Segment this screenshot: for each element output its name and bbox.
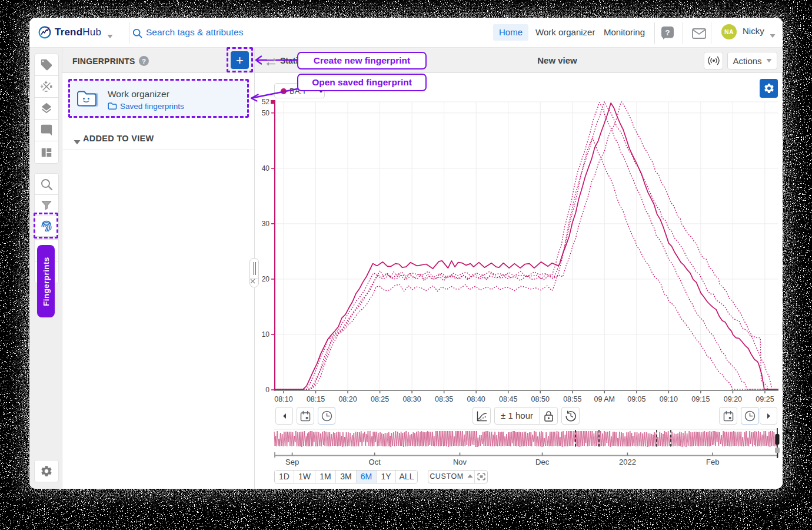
tool-comments-button[interactable] [34,119,59,141]
close-icon [250,279,255,284]
gear-icon [763,82,775,94]
preset-button[interactable]: 6M [357,471,377,483]
y-tick-label: 30 [262,220,270,228]
app-window: TrendHub Search tags & attributes Home W… [29,18,783,489]
help-button[interactable]: ? [661,26,674,39]
month-label: Nov [453,458,467,466]
set-end-time-button[interactable] [741,407,759,425]
x-tick-label: 08:30 [402,395,421,403]
overview-strip[interactable]: SepOctNovDec2022Feb [255,427,783,469]
y-tick-label: 40 [262,164,270,173]
x-tick-label: 09:05 [627,395,645,403]
tool-sidebar: Fingerprints [29,48,62,489]
actions-label: Actions [733,56,761,66]
pan-right-button[interactable] [760,407,777,425]
statistics-tab[interactable]: Stati [280,56,298,65]
tool-filter-button[interactable] [34,194,59,216]
drag-grip-icon[interactable] [250,259,258,279]
brand-logo[interactable] [38,26,51,39]
callout-create-fingerprint: Create new fingerprint [297,52,427,69]
user-name[interactable]: Nicky [743,26,764,36]
tool-search-button[interactable] [34,173,59,195]
settings-button[interactable] [34,460,59,482]
y-tick-label: 52 [262,98,270,106]
lock-range-button[interactable] [540,408,557,424]
fingerprint-icon [39,219,54,233]
x-tick-label: 09:20 [724,395,742,403]
x-tick-label: 08:25 [371,395,389,403]
create-fingerprint-button[interactable]: + [231,51,249,69]
overview-axis: SepOctNovDec2022Feb [275,452,778,466]
panel-resize-handle[interactable] [249,258,259,287]
section-label: ADDED TO VIEW [83,134,154,143]
section-collapse-caret[interactable] [74,136,81,147]
y-tick-label: 20 [262,275,270,283]
preset-button[interactable]: 1W [294,471,315,483]
brand-name[interactable]: TrendHub [55,26,101,38]
actions-button[interactable]: Actions [727,52,777,69]
x-tick-label: 08:10 [274,395,292,403]
month-label: Dec [535,458,550,466]
month-label: Feb [706,458,719,466]
calendar-icon [723,410,734,422]
compare-mode-button[interactable] [472,407,491,425]
time-range-button[interactable]: ± 1 hour [495,408,540,424]
custom-range-group: CUSTOM [428,470,488,483]
sidebar-tab-fingerprints[interactable]: Fingerprints [37,245,55,317]
user-menu-caret[interactable] [770,30,776,41]
set-start-time-button[interactable] [318,407,335,425]
step-right-icon [766,413,771,419]
preset-button[interactable]: 1D [275,471,294,483]
trend-chart[interactable]: 08:1008:1508:2008:2508:3008:3508:4008:45… [255,73,783,404]
saved-fingerprint-item[interactable]: Work organizer Saved fingerprints [70,81,248,117]
set-start-date-button[interactable] [297,407,314,425]
fit-view-button[interactable] [475,471,487,483]
overview-brush-handle[interactable] [775,428,780,458]
messages-button[interactable] [692,28,706,39]
tool-layers-button[interactable] [34,97,59,120]
time-range-group: ± 1 hour [494,407,558,425]
tool-formulas-button[interactable] [34,75,59,98]
nav-link-monitoring[interactable]: Monitoring [598,24,651,41]
live-button[interactable] [704,52,723,69]
preset-button[interactable]: 3M [336,471,357,483]
fingerprint-item-subtitle[interactable]: Saved fingerprints [108,102,184,111]
chevron-down-icon [766,58,772,63]
search-input[interactable]: Search tags & attributes [146,27,243,38]
divider [129,22,129,44]
swap-icon [266,57,277,67]
nav-link-work-organizer[interactable]: Work organizer [530,24,601,41]
chevron-down-icon [74,140,81,144]
y-axis[interactable]: 0102030405052 [262,98,275,394]
grip-bar [253,262,254,275]
pan-left-button[interactable] [275,407,293,425]
preset-button[interactable]: ALL [396,471,417,483]
history-button[interactable] [561,407,580,425]
tool-fingerprint-button[interactable] [34,216,59,237]
brand-caret-icon[interactable] [107,31,113,41]
calendar-icon [299,410,311,422]
panel-title: FINGERPRINTS [72,57,135,66]
search-icon [40,178,53,191]
lock-icon [543,410,554,422]
avatar[interactable]: NA [721,24,737,39]
preset-button[interactable]: 1Y [377,471,396,483]
chart-settings-button[interactable] [760,79,778,98]
tool-tag-button[interactable] [34,54,59,76]
nav-link-home[interactable]: Home [493,24,528,41]
folder-smiley-icon [76,88,100,110]
swap-icon[interactable] [266,56,277,67]
panel-close-button[interactable] [250,279,258,287]
x-tick-label: 08:40 [467,395,485,403]
added-to-view-section[interactable]: ADDED TO VIEW [62,131,254,150]
fit-frame-icon [477,473,485,481]
custom-range-button[interactable]: CUSTOM [428,471,475,483]
chevron-down-icon [107,34,113,39]
help-circle-button[interactable]: ? [139,55,149,66]
x-tick-label: 09:25 [756,395,774,403]
tool-dashboard-button[interactable] [34,141,59,164]
set-end-date-button[interactable] [719,407,737,425]
x-tick-label: 09 AM [594,395,615,403]
chevron-down-icon [770,34,776,38]
preset-button[interactable]: 1M [315,471,336,483]
